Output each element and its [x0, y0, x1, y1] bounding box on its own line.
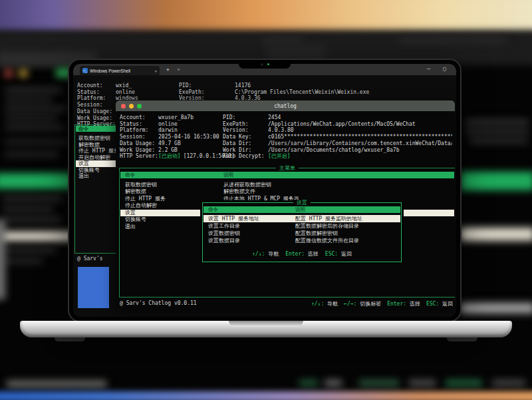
backdrop-top-gradient	[0, 0, 532, 33]
chatlog-status-bar: @ Sarv's Chatlog v0.0.11 ↑/↓: 导航 ←/→: 切换…	[120, 300, 453, 307]
tab-dropdown-icon[interactable]: ⌄	[177, 65, 180, 71]
notch-camera-led	[267, 63, 269, 65]
main-menu-title: 主菜单	[276, 165, 299, 171]
settings-item[interactable]: 设置数据目录配置微信数据文件所在目录	[203, 237, 400, 244]
backdrop-text	[3, 258, 43, 264]
column-cmd: 命令	[208, 206, 218, 213]
chatlog-info-row: Auto Decrypt:[已开启]	[223, 153, 452, 160]
powershell-icon: >_	[82, 68, 88, 73]
ps-info-row: ExePath:C:\Program Files\Tencent\Weixin\…	[179, 89, 369, 96]
main-menu-header: 命令 说明	[120, 172, 454, 178]
chatlog-titlebar: chatlog	[116, 100, 455, 111]
backdrop-green-bar-left	[0, 173, 76, 189]
menu-item[interactable]: 停止 HTTP 服务停止本地 HTTP & MCP 服务器	[120, 196, 454, 203]
chatlog-info-row: Data Key:c0165**************************…	[223, 134, 452, 140]
laptop-display: >_ Windows PowerShell ✕ + ⌄ – ▢ Account:…	[73, 64, 456, 317]
status-hints: ↑/↓: 导航 ←/→: 切换标签 Enter: 选择 ESC: 返回	[311, 300, 453, 307]
chatlog-window: chatlog Account:wxuser_8a7b Status:onlin…	[116, 100, 455, 309]
backdrop-text	[466, 120, 529, 124]
chatlog-info-row: Session:2025-04-16 16:53:00	[120, 134, 219, 140]
laptop-base	[20, 321, 512, 337]
backdrop-green-bar-right	[460, 172, 532, 190]
chatlog-info-row: Work Dir:/Users/sarv/Documents/chatlog/w…	[223, 147, 452, 154]
stage: >_ Windows PowerShell ✕ + ⌄ – ▢ Account:…	[0, 0, 532, 400]
column-desc: 说明	[223, 172, 233, 178]
chatlog-window-title: chatlog	[116, 103, 455, 109]
laptop-foot-left	[55, 337, 85, 341]
settings-item[interactable]: 设置工作目录配置数据解密后的存储目录	[203, 222, 400, 230]
chatlog-info-row: Data Usage:49.7 GB	[120, 140, 181, 147]
backdrop-text	[5, 125, 64, 130]
window-minimize-button[interactable]: –	[427, 66, 430, 72]
settings-item-selected[interactable]: 设置 HTTP 服务地址配置 HTTP 服务监听的地址	[203, 215, 400, 222]
tab-windows-powershell[interactable]: >_ Windows PowerShell ✕	[80, 66, 160, 75]
window-maximize-button[interactable]: ▢	[443, 66, 446, 72]
backdrop-status-smudge	[7, 381, 106, 387]
backdrop-text	[5, 140, 68, 144]
backdrop-text	[5, 106, 66, 111]
menu-item[interactable]: 获取数据密钥从进程获取数据密钥	[120, 182, 454, 189]
backdrop-traffic-yellow	[19, 69, 28, 77]
ps-info-row: Data Usage:	[77, 108, 116, 115]
chatlog-info-row: Platform:darwin	[120, 127, 178, 134]
chatlog-info-row: Version:4.0.3.80	[223, 127, 452, 134]
backdrop-white-bar-right	[460, 228, 532, 241]
tab-title: Windows PowerShell	[90, 69, 152, 73]
ps-info-row: Status:online	[77, 89, 135, 96]
backdrop-text	[466, 129, 529, 134]
backdrop-status-smudge	[409, 380, 436, 386]
chatlog-info-row: Work Usage:2.2 GB	[120, 147, 178, 154]
settings-popup-hints: ↑/↓: 导航 Enter: 选择 ESC: 返回	[203, 250, 401, 258]
backdrop-silver-left	[0, 220, 5, 300]
laptop-lid-notch	[229, 321, 303, 327]
laptop-foot-right	[447, 337, 477, 341]
settings-popup-title: 设置	[293, 200, 311, 206]
settings-popup-header: 命令 说明	[203, 206, 400, 213]
backdrop-text	[3, 196, 63, 201]
chatlog-info-row: ExePath:/Applications/WeChat.app/Content…	[223, 121, 452, 128]
backdrop-text	[3, 206, 53, 212]
powershell-window: >_ Windows PowerShell ✕ + ⌄ – ▢ Account:…	[73, 64, 456, 317]
backdrop-silver-right	[460, 303, 532, 313]
backdrop-text	[3, 248, 56, 253]
backdrop-traffic-red	[4, 69, 13, 77]
backdrop-bottom-gradient	[0, 391, 532, 400]
menu-item[interactable]: 解密数据解密数据文件	[120, 188, 454, 196]
backdrop-smudge	[266, 44, 326, 61]
backdrop-status-smudge	[446, 380, 482, 386]
chatlog-info-row: Data Dir:/Users/sarv/Library/Containers/…	[223, 140, 452, 147]
backdrop-smudge	[399, 37, 505, 43]
backdrop-status-smudge	[299, 380, 318, 386]
backdrop-text	[5, 152, 59, 156]
backdrop-text	[5, 88, 62, 93]
chatlog-info-row: PID:2454	[223, 114, 452, 121]
tab-close-icon[interactable]: ✕	[154, 69, 157, 73]
backdrop-status-smudge	[359, 380, 399, 386]
settings-item[interactable]: 设置数据密钥配置数据解密密钥	[203, 230, 400, 237]
chatlog-info-row: Status:online	[120, 121, 178, 128]
ps-info-row: Account:wxid_	[77, 83, 132, 89]
notch-camera-icon	[261, 63, 263, 66]
backdrop-status-smudge	[492, 380, 525, 386]
backdrop-text	[5, 97, 52, 102]
backdrop-status-smudge	[325, 380, 342, 386]
chatlog-info-row: HTTP Server:[已启动][127.0.0.1:5030]	[120, 153, 235, 160]
column-desc: 说明	[295, 206, 305, 213]
app-version-text: @ Sarv's Chatlog v0.0.11	[120, 300, 197, 307]
settings-popup: 设置 命令 说明 设置 HTTP 服务地址配置 HTTP 服务监听的地址 设置工…	[202, 202, 402, 262]
backdrop-white-bar-left	[0, 232, 76, 241]
column-cmd: 命令	[125, 172, 135, 178]
new-tab-button[interactable]: +	[166, 67, 170, 73]
backdrop-text	[5, 116, 57, 120]
backdrop-text	[469, 138, 528, 143]
laptop-screen: >_ Windows PowerShell ✕ + ⌄ – ▢ Account:…	[69, 60, 460, 321]
chatlog-info-row: Account:wxuser_8a7b	[120, 114, 194, 121]
ps-info-row: Work Usage:	[77, 115, 116, 122]
ps-info-row: PID:14176	[179, 83, 251, 89]
backdrop-smudge	[263, 37, 303, 43]
backdrop-text	[3, 217, 61, 222]
ps-info-row: Session:	[77, 102, 116, 108]
blue-panel	[78, 267, 109, 308]
ps-status-text: @ Sarv's	[77, 256, 103, 262]
laptop-notch	[239, 60, 291, 69]
